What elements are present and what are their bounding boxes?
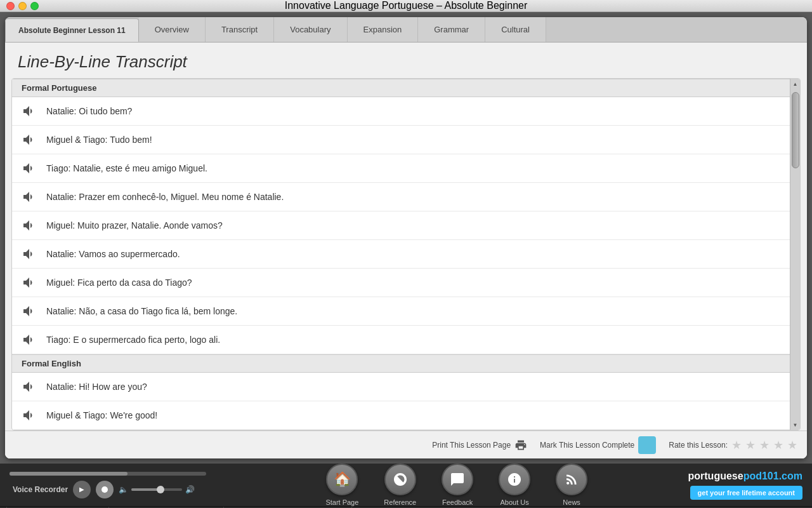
transcript-text: Natalie: Oi tudo bem? (46, 106, 132, 116)
mark-complete-button[interactable]: Mark This Lesson Complete (540, 436, 656, 454)
transcript-row: Natalie: Oi tudo bem? (12, 97, 790, 126)
brand-url: portuguesepod101.com (688, 471, 802, 482)
print-icon (514, 439, 527, 451)
page-title: Line-By-Line Transcript (18, 52, 794, 72)
nav-about-us[interactable]: About Us (499, 464, 530, 506)
audio-icon[interactable] (22, 275, 37, 290)
complete-checkbox[interactable] (638, 436, 656, 454)
minimize-button[interactable] (18, 2, 27, 10)
transcript-text: Miguel: Fica perto da casa do Tiago? (46, 277, 192, 288)
play-button[interactable]: ▶ (73, 481, 91, 498)
scroll-thumb[interactable] (792, 92, 799, 168)
transcript-row: Miguel: Muito prazer, Natalie. Aonde vam… (12, 211, 790, 240)
star-4[interactable]: ★ (773, 438, 783, 452)
news-icon-circle (556, 464, 587, 495)
rate-lesson: Rate this Lesson: ★ ★ ★ ★ ★ (669, 438, 797, 452)
volume-slider[interactable]: 🔈 🔊 (119, 485, 225, 494)
transcript-row: Miguel: Fica perto da casa do Tiago? (12, 269, 790, 297)
scroll-up-arrow[interactable]: ▲ (790, 79, 801, 89)
audio-icon[interactable] (22, 189, 37, 204)
audio-icon[interactable] (22, 161, 37, 176)
audio-icon[interactable] (22, 304, 37, 319)
volume-low-icon: 🔈 (119, 485, 128, 494)
tab-active-lesson: Absolute Beginner Lesson 11 (5, 18, 139, 42)
content-area: Line-By-Line Transcript Formal Portugues… (5, 43, 807, 458)
star-1[interactable]: ★ (731, 438, 742, 452)
transcript-scroll[interactable]: Formal Portuguese Natalie: Oi tudo bem? (12, 79, 790, 430)
section-header-portuguese: Formal Portuguese (12, 79, 790, 97)
transcript-row: Natalie: Não, a casa do Tiago fica lá, b… (12, 297, 790, 326)
home-icon: 🏠 (334, 471, 351, 488)
tab-grammar[interactable]: Grammar (418, 17, 485, 42)
record-button[interactable] (96, 481, 114, 498)
star-2[interactable]: ★ (745, 438, 756, 452)
tab-bar: Absolute Beginner Lesson 11 Overview Tra… (5, 17, 807, 43)
transcript-row: Miguel & Tiago: Tudo bem! (12, 126, 790, 154)
scroll-down-arrow[interactable]: ▼ (790, 420, 801, 430)
transcript-row: Natalie: Hi! How are you? (12, 373, 790, 401)
feedback-icon-circle (442, 464, 473, 495)
volume-track[interactable] (131, 488, 182, 491)
tab-expansion[interactable]: Expansion (348, 17, 419, 42)
section-header-english: Formal English (12, 354, 790, 373)
page-title-area: Line-By-Line Transcript (5, 43, 807, 78)
start-page-icon-circle: 🏠 (326, 464, 358, 495)
maximize-button[interactable] (30, 2, 39, 10)
transcript-row: Tiago: E o supermercado fica perto, logo… (12, 326, 790, 354)
audio-icon[interactable] (22, 332, 37, 347)
audio-icon[interactable] (22, 408, 37, 423)
transcript-text: Miguel: Muito prazer, Natalie. Aonde vam… (46, 220, 223, 231)
start-page-label: Start Page (325, 498, 358, 506)
tab-overview[interactable]: Overview (139, 17, 206, 42)
transcript-text: Natalie: Não, a casa do Tiago fica lá, b… (46, 306, 237, 316)
news-label: News (563, 498, 580, 506)
transcript-text: Natalie: Prazer em conhecê-lo, Miguel. M… (46, 192, 284, 202)
tab-vocabulary[interactable]: Vocabulary (274, 17, 347, 42)
cta-button[interactable]: get your free lifetime account (690, 486, 802, 500)
transcript-text: Natalie: Vamos ao supermercado. (46, 249, 180, 259)
nav-start-page[interactable]: 🏠 Start Page (325, 464, 358, 506)
volume-high-icon: 🔊 (185, 485, 195, 494)
transcript-text: Miguel & Tiago: Tudo bem! (46, 135, 152, 145)
about-us-label: About Us (501, 498, 529, 506)
audio-icon[interactable] (22, 104, 37, 119)
tab-cultural[interactable]: Cultural (485, 17, 546, 42)
rss-icon (564, 472, 579, 487)
nav-news[interactable]: News (556, 464, 587, 506)
progress-bar[interactable] (10, 472, 206, 476)
reference-icon-circle (384, 464, 416, 495)
audio-icon[interactable] (22, 218, 37, 233)
progress-fill (10, 472, 128, 476)
close-button[interactable] (6, 2, 15, 10)
feedback-label: Feedback (442, 498, 473, 506)
transcript-container: Formal Portuguese Natalie: Oi tudo bem? (11, 78, 801, 431)
audio-icon[interactable] (22, 379, 37, 394)
star-5[interactable]: ★ (787, 438, 797, 452)
window-controls (6, 2, 39, 10)
scrollbar[interactable]: ▲ ▼ (790, 79, 800, 430)
transcript-text: Tiago: E o supermercado fica perto, logo… (46, 335, 220, 345)
volume-thumb[interactable] (157, 486, 164, 493)
reference-icon (393, 472, 408, 487)
audio-icon[interactable] (22, 132, 37, 147)
reference-label: Reference (384, 498, 416, 506)
transcript-row: Miguel & Tiago: We're good! (12, 401, 790, 430)
player-bar: Voice Recorder ▶ 🔈 🔊 🏠 Start Page (0, 464, 812, 506)
nav-feedback[interactable]: Feedback (442, 464, 473, 506)
transcript-row: Natalie: Vamos ao supermercado. (12, 240, 790, 269)
audio-icon[interactable] (22, 246, 37, 262)
about-us-icon-circle (499, 464, 530, 495)
nav-reference[interactable]: Reference (384, 464, 416, 506)
branding: portuguesepod101.com get your free lifet… (688, 471, 802, 500)
transcript-text: Tiago: Natalie, este é meu amigo Miguel. (46, 163, 207, 173)
transcript-text: Miguel & Tiago: We're good! (46, 410, 157, 420)
print-lesson-button[interactable]: Print This Lesson Page (432, 439, 527, 451)
nav-icons: 🏠 Start Page Reference Feedback (235, 464, 679, 506)
transcript-row: Tiago: Natalie, este é meu amigo Miguel. (12, 154, 790, 183)
player-controls: Voice Recorder ▶ 🔈 🔊 (10, 481, 225, 498)
bottom-toolbar: Print This Lesson Page Mark This Lesson … (5, 431, 807, 458)
transcript-text: Natalie: Hi! How are you? (46, 382, 147, 392)
player-left: Voice Recorder ▶ 🔈 🔊 (10, 472, 225, 498)
tab-transcript[interactable]: Transcript (206, 17, 274, 42)
star-3[interactable]: ★ (759, 438, 769, 452)
